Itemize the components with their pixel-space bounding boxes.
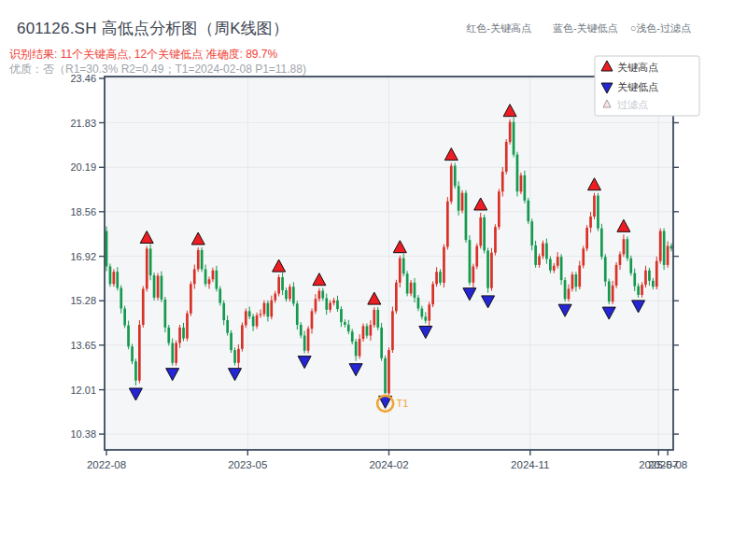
candle-body <box>557 257 559 266</box>
candle-body <box>494 227 497 253</box>
x-tick-label: 2024-11 <box>511 459 549 470</box>
candle-body <box>131 346 134 361</box>
candle-body <box>366 326 369 335</box>
candle-body <box>270 301 273 317</box>
candle-body <box>311 311 314 329</box>
y-tick-label: 21.83 <box>70 118 96 129</box>
candle-body <box>604 257 607 281</box>
candle-body <box>307 329 310 351</box>
candle-body <box>406 273 409 293</box>
candle-body <box>637 287 640 295</box>
candle-body <box>274 294 276 301</box>
candle-body <box>585 228 588 248</box>
candle-body <box>516 155 519 192</box>
candle-body <box>443 247 445 283</box>
candle-body <box>113 272 116 284</box>
candle-body <box>190 284 192 314</box>
candle-body <box>359 339 361 356</box>
candle-body <box>123 309 126 326</box>
candle-body <box>461 193 464 211</box>
candle-body <box>652 281 655 287</box>
candle-body <box>589 217 592 228</box>
candle-body <box>465 193 468 240</box>
candle-body <box>663 231 666 265</box>
candle-body <box>325 298 328 310</box>
kline-chart: 23.4621.8320.1918.5616.9215.2813.6512.01… <box>0 0 747 560</box>
candle-body <box>204 269 207 284</box>
candle-body <box>655 261 658 287</box>
candle-body <box>509 122 512 142</box>
candle-body <box>127 326 130 347</box>
candle-body <box>292 287 295 303</box>
candle-body <box>116 272 119 287</box>
candle-body <box>388 350 390 393</box>
candle-body <box>216 271 218 289</box>
legend-label: 关键低点 <box>617 81 658 92</box>
y-tick-label: 15.28 <box>70 295 96 306</box>
recognition-result-text: 识别结果: 11个关键高点, 12个关键低点 准确度: 89.7% <box>9 48 277 61</box>
candle-body <box>428 304 430 320</box>
candle-body <box>230 333 233 350</box>
candle-body <box>597 196 599 229</box>
candle-body <box>233 350 236 363</box>
legend-label: 过滤点 <box>617 99 648 110</box>
candle-body <box>134 361 137 381</box>
candle-body <box>167 328 170 343</box>
candle-body <box>450 166 453 202</box>
y-tick-label: 20.19 <box>70 161 96 173</box>
candle-body <box>344 322 346 325</box>
candle-body <box>281 277 284 290</box>
candle-body <box>615 265 618 286</box>
candle-body <box>424 316 427 320</box>
x-tick-label: 2024-02 <box>369 459 408 470</box>
candle-body <box>347 325 350 331</box>
candle-body <box>454 166 457 187</box>
candle-body <box>315 299 317 311</box>
candle-body <box>193 269 196 284</box>
color-legend-key-low: 蓝色-关键低点 <box>553 22 618 34</box>
y-tick-label: 18.56 <box>70 206 96 217</box>
candle-body <box>431 284 434 304</box>
candle-body <box>486 251 489 288</box>
y-tick-label: 10.38 <box>70 428 96 440</box>
candle-body <box>524 175 527 201</box>
y-tick-label: 16.92 <box>70 251 96 262</box>
candle-body <box>362 326 365 339</box>
candle-body <box>395 283 398 312</box>
candle-body <box>410 283 413 294</box>
candle-body <box>351 331 354 342</box>
candle-body <box>641 285 643 295</box>
candle-body <box>285 290 288 299</box>
candle-body <box>623 239 626 254</box>
candle-body <box>161 276 163 300</box>
candle-body <box>237 349 240 363</box>
candle-body <box>370 325 373 336</box>
x-tick-label: 2022-08 <box>87 459 126 470</box>
candle-body <box>659 231 662 261</box>
candle-body <box>300 325 303 336</box>
candle-body <box>212 271 215 280</box>
quality-text: 优质：否（R1=30.3% R2=0.49；T1=2024-02-08 P1=1… <box>9 63 306 76</box>
candle-body <box>120 288 122 309</box>
candle-body <box>571 274 574 288</box>
candle-body <box>549 259 552 271</box>
candle-body <box>138 325 141 381</box>
candle-body <box>164 300 167 328</box>
candle-body <box>568 289 571 300</box>
candle-body <box>513 122 515 155</box>
candle-body <box>629 259 632 273</box>
candle-body <box>498 191 500 227</box>
candle-body <box>421 309 424 317</box>
candle-body <box>670 246 673 249</box>
candle-body <box>182 328 185 339</box>
candle-body <box>175 343 177 363</box>
candle-body <box>208 279 211 284</box>
candle-body <box>582 248 585 265</box>
candle-body <box>553 266 556 271</box>
candle-body <box>545 244 548 259</box>
candle-body <box>157 276 160 298</box>
candle-body <box>575 274 578 287</box>
candle-body <box>483 217 486 251</box>
candle-body <box>318 291 321 300</box>
candle-body <box>142 289 145 326</box>
